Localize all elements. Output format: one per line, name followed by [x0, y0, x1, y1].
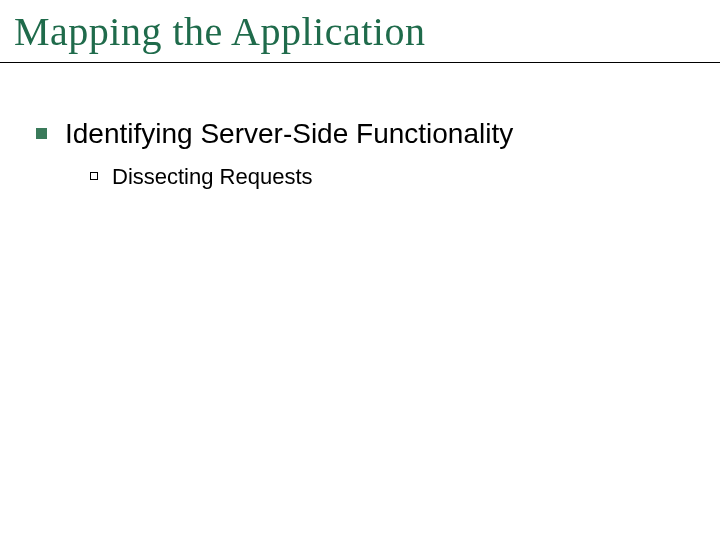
- square-filled-icon: [36, 128, 47, 139]
- title-underline: [0, 62, 720, 63]
- bullet-level-1-text: Identifying Server-Side Functionality: [65, 118, 513, 150]
- bullet-level-2-text: Dissecting Requests: [112, 164, 313, 190]
- bullet-level-1: Identifying Server-Side Functionality: [36, 118, 513, 150]
- bullet-level-2: Dissecting Requests: [90, 164, 313, 190]
- slide-title: Mapping the Application: [14, 8, 425, 55]
- slide: Mapping the Application Identifying Serv…: [0, 0, 720, 540]
- square-outline-icon: [90, 172, 98, 180]
